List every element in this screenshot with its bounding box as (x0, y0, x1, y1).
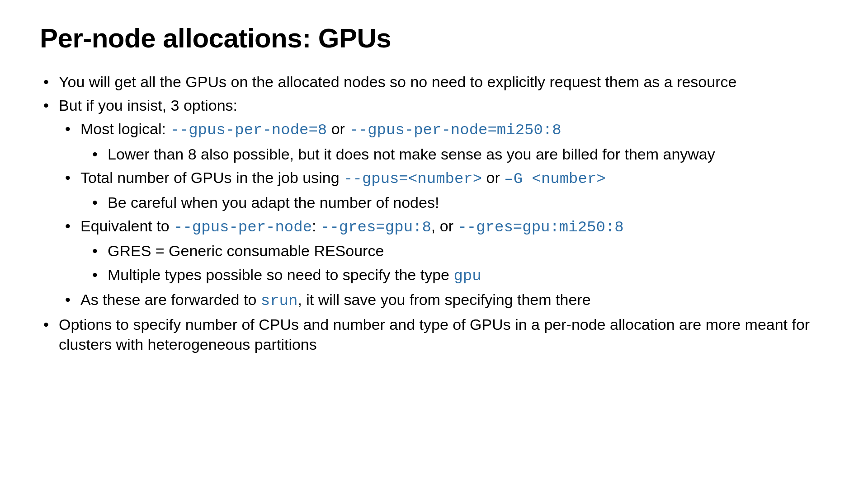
code-text: --gres=gpu:mi250:8 (458, 219, 623, 236)
bullet-item: As these are forwarded to srun, it will … (61, 290, 828, 311)
bullet-item: GRES = Generic consumable RESource (89, 241, 828, 261)
bullet-text: Be careful when you adapt the number of … (108, 194, 439, 211)
bullet-item: Total number of GPUs in the job using --… (61, 168, 828, 189)
bullet-item: Be careful when you adapt the number of … (89, 192, 828, 212)
bullet-item: Multiple types possible so need to speci… (89, 265, 828, 286)
bullet-text: Options to specify number of CPUs and nu… (59, 316, 810, 353)
slide: Per-node allocations: GPUs You will get … (0, 0, 868, 376)
bullet-item: Most logical: --gpus-per-node=8 or --gpu… (61, 119, 828, 140)
bullet-text: Multiple types possible so need to speci… (108, 266, 453, 283)
slide-title: Per-node allocations: GPUs (40, 23, 828, 54)
bullet-text: You will get all the GPUs on the allocat… (59, 73, 736, 90)
code-text: --gpus-per-node=mi250:8 (349, 122, 561, 139)
bullet-text: Lower than 8 also possible, but it does … (108, 145, 715, 163)
bullet-text: or (482, 169, 504, 186)
bullet-item: Lower than 8 also possible, but it does … (89, 144, 828, 164)
bullet-text: , it will save you from specifying them … (297, 291, 590, 308)
code-text: –G <number> (504, 170, 605, 188)
code-text: --gpus-per-node (174, 219, 312, 236)
code-text: gpu (453, 267, 481, 285)
bullet-text: As these are forwarded to (80, 291, 261, 308)
code-text: --gpus-per-node=8 (170, 122, 327, 139)
bullet-item: But if you insist, 3 options: (40, 95, 828, 115)
code-text: --gpus=<number> (344, 170, 482, 188)
code-text: srun (261, 292, 298, 310)
bullet-text: Equivalent to (80, 217, 174, 235)
bullet-text: Most logical: (80, 120, 170, 137)
bullet-list: You will get all the GPUs on the allocat… (40, 72, 828, 354)
bullet-item: Options to specify number of CPUs and nu… (40, 314, 828, 354)
bullet-text: But if you insist, 3 options: (59, 97, 237, 114)
bullet-text: , or (431, 217, 458, 235)
code-text: --gres=gpu:8 (321, 219, 431, 236)
bullet-item: Equivalent to --gpus-per-node: --gres=gp… (61, 216, 828, 237)
bullet-text: or (327, 120, 349, 137)
bullet-text: Total number of GPUs in the job using (80, 169, 344, 186)
bullet-item: You will get all the GPUs on the allocat… (40, 72, 828, 92)
bullet-text: : (312, 217, 321, 235)
bullet-text: GRES = Generic consumable RESource (108, 242, 384, 259)
